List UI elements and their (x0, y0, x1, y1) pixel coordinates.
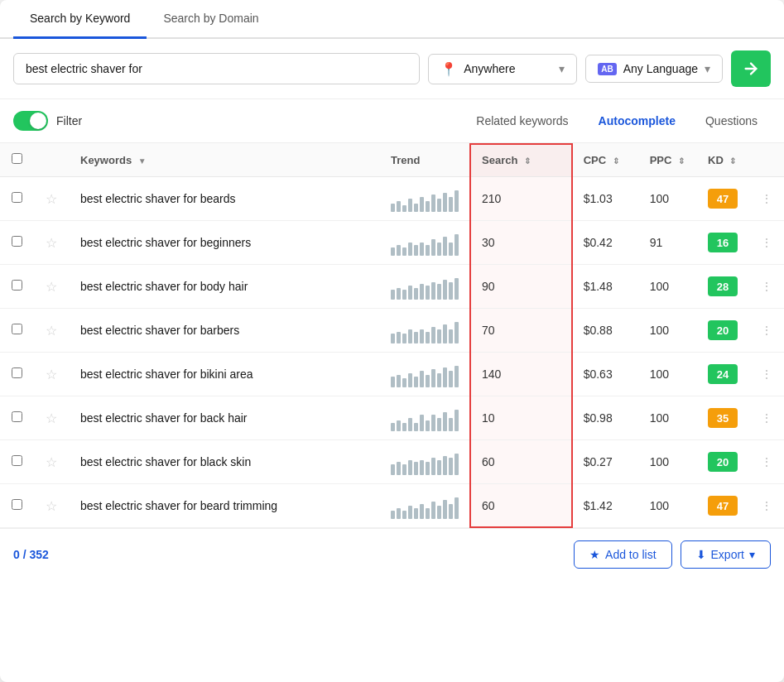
th-star (34, 143, 69, 177)
add-to-list-button[interactable]: ★ Add to list (574, 540, 671, 569)
trend-bar (414, 245, 418, 256)
location-icon: 📍 (440, 61, 457, 77)
export-label: Export (711, 548, 744, 561)
location-select[interactable]: 📍 Anywhere ▾ (428, 54, 577, 84)
kd-badge: 20 (708, 452, 738, 472)
trend-bar (437, 243, 441, 256)
trend-bar (426, 201, 430, 212)
table-body: ☆best electric shaver for beards210$1.03… (0, 177, 784, 528)
star-icon[interactable]: ☆ (46, 455, 57, 469)
keyword-cell: best electric shaver for barbers (69, 309, 379, 353)
filter-tab-questions[interactable]: Questions (692, 108, 771, 134)
keyword-input[interactable] (13, 53, 420, 84)
row-more-options[interactable]: ⋮ (749, 484, 784, 528)
trend-bar (397, 201, 401, 212)
row-checkbox[interactable] (12, 499, 22, 510)
cpc-cell: $0.63 (572, 353, 638, 396)
trend-bar (431, 195, 435, 212)
th-keywords[interactable]: Keywords ▼ (69, 143, 379, 177)
th-cpc-label: CPC (584, 154, 606, 166)
th-ppc[interactable]: PPC ⇕ (638, 143, 696, 177)
table-row: ☆best electric shaver for bikini area140… (0, 353, 784, 396)
ppc-cell: 100 (638, 440, 696, 484)
row-checkbox-cell (0, 353, 34, 396)
kd-cell: 20 (696, 309, 749, 353)
row-more-options[interactable]: ⋮ (749, 396, 784, 440)
trend-bar (402, 511, 406, 519)
search-value-cell: 70 (470, 309, 572, 353)
star-icon[interactable]: ☆ (46, 236, 57, 250)
trend-bar (449, 371, 453, 387)
star-icon[interactable]: ☆ (46, 192, 57, 206)
trend-bar (391, 377, 395, 387)
ppc-cell: 100 (638, 353, 696, 396)
filter-tab-related[interactable]: Related keywords (463, 108, 581, 134)
trend-bar (426, 462, 430, 475)
trend-bar (455, 497, 459, 519)
star-icon[interactable]: ☆ (46, 499, 57, 513)
filter-tabs: Related keywords Autocomplete Questions (463, 108, 771, 134)
trend-bar (437, 284, 441, 300)
tab-search-keyword[interactable]: Search by Keyword (13, 0, 147, 39)
row-checkbox[interactable] (12, 367, 22, 378)
trend-bar (449, 458, 453, 475)
row-more-options[interactable]: ⋮ (749, 440, 784, 484)
trend-bar (408, 460, 412, 475)
row-more-options[interactable]: ⋮ (749, 353, 784, 396)
kd-cell: 35 (696, 396, 749, 440)
trend-bar (402, 464, 406, 475)
search-value-cell: 60 (470, 484, 572, 528)
filter-bar: Filter Related keywords Autocomplete Que… (0, 99, 784, 143)
sort-kd-icon: ⇕ (729, 156, 736, 166)
th-search[interactable]: Search ⇕ (470, 143, 572, 177)
row-more-options[interactable]: ⋮ (749, 309, 784, 353)
trend-bar (426, 332, 430, 343)
row-more-options[interactable]: ⋮ (749, 221, 784, 265)
export-button[interactable]: ⬇ Export ▾ (681, 540, 771, 569)
tab-search-domain[interactable]: Search by Domain (147, 0, 275, 39)
row-checkbox-cell (0, 265, 34, 309)
row-checkbox[interactable] (12, 192, 22, 203)
cpc-cell: $1.03 (572, 177, 638, 221)
row-checkbox-cell (0, 221, 34, 265)
row-more-options[interactable]: ⋮ (749, 177, 784, 221)
row-checkbox[interactable] (12, 411, 22, 422)
filter-tab-autocomplete[interactable]: Autocomplete (585, 108, 689, 134)
row-checkbox[interactable] (12, 280, 22, 291)
table-row: ☆best electric shaver for body hair90$1.… (0, 265, 784, 309)
trend-bar (397, 508, 401, 519)
th-cpc[interactable]: CPC ⇕ (572, 143, 638, 177)
star-icon[interactable]: ☆ (46, 324, 57, 338)
select-all-checkbox[interactable] (12, 153, 22, 164)
trend-bar (414, 508, 418, 519)
row-checkbox-cell (0, 484, 34, 528)
row-more-options[interactable]: ⋮ (749, 265, 784, 309)
row-checkbox[interactable] (12, 455, 22, 466)
main-container: Search by Keyword Search by Domain 📍 Any… (0, 0, 784, 682)
filter-toggle[interactable] (13, 111, 48, 131)
filter-left: Filter (13, 111, 82, 131)
trend-bar (414, 288, 418, 300)
trend-bar (408, 286, 412, 300)
language-select[interactable]: AB Any Language ▾ (585, 55, 723, 83)
keyword-cell: best electric shaver for black skin (69, 440, 379, 484)
trend-bar (449, 504, 453, 519)
location-value: Anywhere (464, 62, 515, 75)
trend-cell (379, 221, 470, 265)
trend-bar (449, 418, 453, 431)
star-icon[interactable]: ☆ (46, 411, 57, 425)
th-kd[interactable]: KD ⇕ (696, 143, 749, 177)
trend-bar (437, 460, 441, 475)
row-checkbox[interactable] (12, 324, 22, 334)
trend-bar (420, 329, 424, 343)
row-checkbox-cell (0, 177, 34, 221)
trend-bar (431, 502, 435, 519)
star-icon[interactable]: ☆ (46, 367, 57, 382)
row-star-cell: ☆ (34, 221, 69, 265)
trend-bar (391, 511, 395, 519)
star-icon[interactable]: ☆ (46, 280, 57, 294)
row-checkbox[interactable] (12, 236, 22, 247)
trend-bar (426, 375, 430, 387)
trend-bar (408, 373, 412, 387)
search-button[interactable] (731, 50, 771, 87)
